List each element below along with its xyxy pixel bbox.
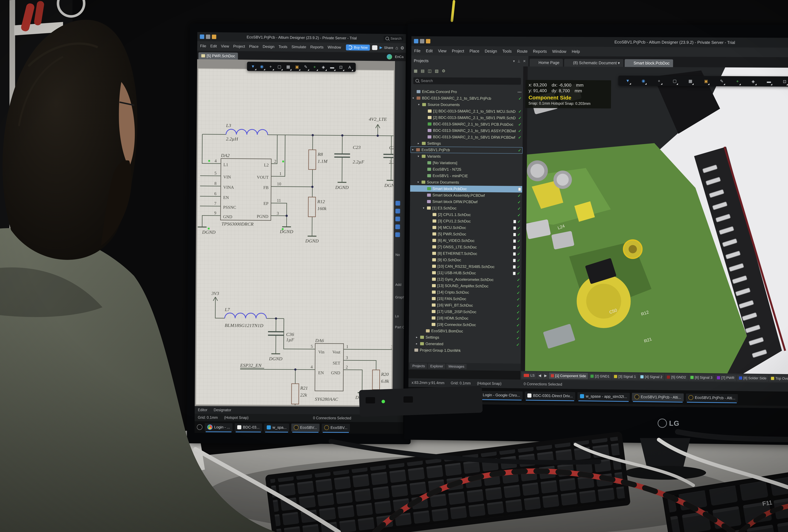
workstation-photo: EcoSBV1.PrjPcb - Altium Designer (23.9.2… bbox=[0, 0, 788, 532]
hub-led bbox=[381, 400, 385, 403]
person-silhouette bbox=[0, 0, 315, 532]
usb-hub bbox=[359, 386, 482, 417]
